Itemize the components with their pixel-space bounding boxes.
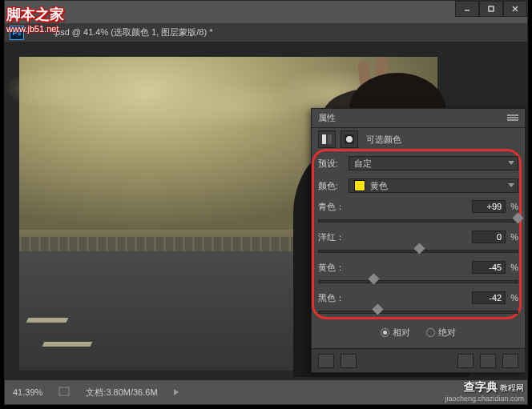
svg-rect-6 <box>322 134 326 144</box>
slider-black: 黑色： -42 % <box>318 291 518 319</box>
minimize-button[interactable] <box>455 1 479 17</box>
slider-value-input[interactable]: +99 <box>472 200 506 213</box>
slider-track[interactable] <box>318 215 518 227</box>
maximize-button[interactable] <box>479 1 503 17</box>
adjustment-name: 可选颜色 <box>366 134 401 146</box>
chevron-down-icon <box>508 183 514 187</box>
color-row: 颜色: 黄色 <box>318 178 518 194</box>
color-swatch <box>354 180 365 191</box>
watermark-top-left: 脚本之家 www.jb51.net <box>6 5 64 34</box>
slider-label: 黑色： <box>318 292 345 304</box>
radio-absolute[interactable]: 绝对 <box>426 327 456 339</box>
slider-value-input[interactable]: -42 <box>472 291 506 304</box>
radio-icon <box>426 328 435 337</box>
document-tab[interactable]: .psd @ 41.4% (选取颜色 1, 图层蒙版/8) * <box>53 26 212 38</box>
mask-icon[interactable] <box>341 130 358 148</box>
preset-dropdown[interactable]: 自定 <box>349 156 518 170</box>
method-radios: 相对 绝对 <box>318 327 518 343</box>
slider-label: 洋红： <box>318 231 345 243</box>
chevron-down-icon <box>508 161 514 165</box>
adjustment-icon[interactable] <box>318 130 336 148</box>
slider-magenta: 洋红： 0 % <box>318 231 518 258</box>
panel-menu-icon[interactable] <box>507 114 518 122</box>
slider-track[interactable] <box>318 245 518 258</box>
properties-panel: 属性 可选颜色 预设: 自定 颜色: 黄色 青色： <box>311 108 526 373</box>
slider-label: 黄色： <box>318 262 345 274</box>
document-info[interactable]: 文档:3.80M/36.6M <box>86 387 157 399</box>
svg-rect-7 <box>328 134 332 144</box>
slider-value-input[interactable]: 0 <box>472 231 506 243</box>
adjustment-header: 可选颜色 <box>312 128 525 150</box>
trash-icon[interactable] <box>502 354 518 368</box>
window-controls <box>455 1 527 17</box>
statusbar-arrow-icon[interactable] <box>174 387 180 397</box>
visibility-icon[interactable] <box>480 354 496 368</box>
slider-track[interactable] <box>318 275 518 288</box>
panel-header[interactable]: 属性 <box>312 109 525 128</box>
titlebar <box>5 1 527 23</box>
svg-rect-1 <box>489 6 494 11</box>
clip-to-layer-icon[interactable] <box>318 354 334 368</box>
panel-body: 预设: 自定 颜色: 黄色 青色： +99 % <box>312 150 525 348</box>
slider-label: 青色： <box>318 201 345 213</box>
preset-row: 预设: 自定 <box>318 155 518 171</box>
preset-label: 预设: <box>318 158 349 170</box>
radio-relative[interactable]: 相对 <box>381 327 410 339</box>
panel-title: 属性 <box>318 112 336 124</box>
panel-footer <box>312 348 525 372</box>
statusbar-icon[interactable] <box>58 387 70 398</box>
slider-value-input[interactable]: -45 <box>472 261 506 274</box>
color-label: 颜色: <box>318 180 349 192</box>
slider-cyan: 青色： +99 % <box>318 200 518 227</box>
color-dropdown[interactable]: 黄色 <box>349 178 518 193</box>
reset-icon[interactable] <box>457 354 474 368</box>
slider-track[interactable] <box>318 306 518 319</box>
document-tabbar: Ps .psd @ 41.4% (选取颜色 1, 图层蒙版/8) * <box>5 23 527 42</box>
close-button[interactable] <box>503 1 527 17</box>
radio-icon <box>381 328 389 337</box>
watermark-bottom-right: 查字典 教程网 jiaocheng.chazidian.com <box>445 380 524 403</box>
slider-yellow: 黄色： -45 % <box>318 261 518 288</box>
svg-point-9 <box>346 136 353 142</box>
svg-rect-4 <box>59 387 69 395</box>
zoom-level[interactable]: 41.39% <box>13 387 42 397</box>
view-previous-icon[interactable] <box>341 354 357 368</box>
svg-marker-5 <box>174 389 179 395</box>
